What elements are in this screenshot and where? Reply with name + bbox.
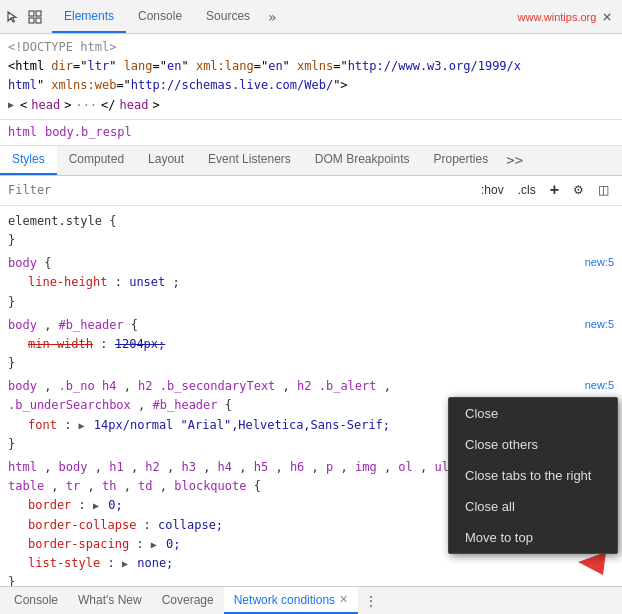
doctype-line: <!DOCTYPE html> [8, 38, 614, 57]
html-line1: <html dir="ltr" lang="en" xml:lang="en" … [8, 57, 614, 76]
add-style-button[interactable]: + [545, 178, 564, 202]
breadcrumb-body[interactable]: body.b_respl [45, 125, 132, 139]
context-menu-close-others[interactable]: Close others [449, 429, 617, 460]
svg-rect-0 [29, 11, 34, 16]
context-menu-close-tabs-right[interactable]: Close tabs to the right [449, 460, 617, 491]
new-link-body-header[interactable]: new:5 [585, 316, 614, 334]
settings-button[interactable]: ⚙ [568, 180, 589, 200]
bottom-tab-network-conditions[interactable]: Network conditions ✕ [224, 587, 358, 614]
context-menu: Close Close others Close tabs to the rig… [448, 397, 618, 554]
inspect-icon[interactable] [26, 8, 44, 26]
new-link-body-noh4[interactable]: new:5 [585, 377, 614, 395]
html-preview: <!DOCTYPE html> <html dir="ltr" lang="en… [0, 34, 622, 120]
hov-filter-button[interactable]: :hov [476, 180, 509, 200]
css-rule-body-header: body , #b_header { new:5 min-width : 120… [0, 314, 622, 376]
svg-marker-4 [578, 552, 606, 575]
context-menu-move-to-top[interactable]: Move to top [449, 522, 617, 553]
watermark: www.wintips.org [518, 11, 597, 23]
svg-rect-3 [36, 18, 41, 23]
font-value-expand[interactable]: ▶ [79, 420, 85, 431]
more-tabs-button[interactable]: » [262, 0, 282, 33]
new-link-body[interactable]: new:5 [585, 254, 614, 272]
svg-rect-2 [29, 18, 34, 23]
tab-event-listeners[interactable]: Event Listeners [196, 146, 303, 175]
tab-properties[interactable]: Properties [422, 146, 501, 175]
context-menu-close-all[interactable]: Close all [449, 491, 617, 522]
tab-computed[interactable]: Computed [57, 146, 136, 175]
cursor-icon[interactable] [4, 8, 22, 26]
filter-bar: :hov .cls + ⚙ ◫ [0, 176, 622, 206]
tab-sources[interactable]: Sources [194, 0, 262, 33]
css-rule-element-style: element.style { } [0, 210, 622, 252]
sub-tab-bar: Styles Computed Layout Event Listeners D… [0, 146, 622, 176]
tab-styles[interactable]: Styles [0, 146, 57, 175]
html-line2: html" xmlns:web="http://schemas.live.com… [8, 76, 614, 95]
tab-layout[interactable]: Layout [136, 146, 196, 175]
close-network-conditions-tab[interactable]: ✕ [339, 593, 348, 606]
tab-console[interactable]: Console [126, 0, 194, 33]
cls-filter-button[interactable]: .cls [513, 180, 541, 200]
css-rule-body: body { new:5 line-height : unset ; } [0, 252, 622, 314]
breadcrumb: html body.b_respl [0, 120, 622, 146]
css-selector: element.style { [8, 212, 614, 231]
main-tab-bar: Elements Console Sources » [52, 0, 510, 33]
bottom-tab-bar: Console What's New Coverage Network cond… [0, 586, 622, 614]
bottom-more-button[interactable]: ⋮ [358, 593, 384, 609]
close-devtools-button[interactable]: × [596, 7, 618, 26]
expand-head-triangle[interactable]: ▶ [8, 97, 14, 113]
more-sub-tabs-button[interactable]: >> [500, 146, 529, 175]
filter-input[interactable] [8, 183, 470, 197]
tab-dom-breakpoints[interactable]: DOM Breakpoints [303, 146, 422, 175]
border-expand[interactable]: ▶ [93, 500, 99, 511]
bottom-tab-whats-new[interactable]: What's New [68, 587, 152, 614]
toolbar-icons [4, 8, 44, 26]
tab-elements[interactable]: Elements [52, 0, 126, 33]
filter-actions: :hov .cls + ⚙ ◫ [476, 178, 614, 202]
bottom-tab-coverage[interactable]: Coverage [152, 587, 224, 614]
css-selector-body: body [8, 256, 37, 270]
breadcrumb-html[interactable]: html [8, 125, 37, 139]
html-line3: ▶ <head> ··· </head> [8, 96, 614, 115]
svg-rect-1 [36, 11, 41, 16]
toggle-button[interactable]: ◫ [593, 180, 614, 200]
context-menu-close[interactable]: Close [449, 398, 617, 429]
border-spacing-expand[interactable]: ▶ [151, 539, 157, 550]
list-style-expand[interactable]: ▶ [122, 558, 128, 569]
devtools-toolbar: Elements Console Sources » www.wintips.o… [0, 0, 622, 34]
bottom-tab-console[interactable]: Console [4, 587, 68, 614]
